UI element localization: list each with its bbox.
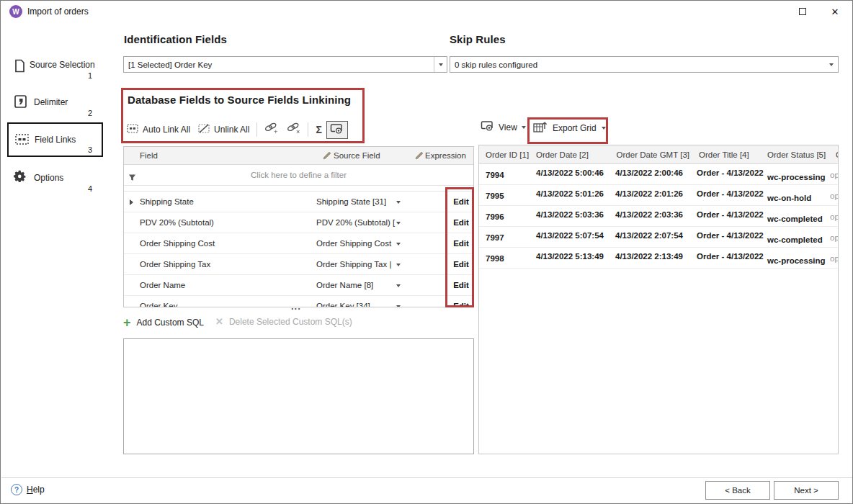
expression-sigma-button[interactable]: Σ: [311, 123, 326, 136]
column-header-order-id[interactable]: Order ID [1]: [486, 150, 529, 159]
add-link-button[interactable]: +: [260, 122, 282, 138]
order-title-cell: Order - 4/13/2022: [697, 231, 764, 240]
view-menu-button[interactable]: View: [481, 120, 526, 134]
next-button-label: Next >: [794, 486, 818, 495]
unlink-all-button[interactable]: Unlink All: [194, 123, 254, 136]
gear-icon: [12, 169, 27, 187]
auto-link-all-label: Auto Link All: [143, 125, 190, 135]
delete-custom-sql-button[interactable]: ✕ Delete Selected Custom SQL(s): [215, 316, 352, 327]
remove-link-button[interactable]: ×: [282, 122, 305, 138]
field-cell: Order Key: [140, 302, 177, 307]
close-button[interactable]: ✕: [819, 1, 851, 22]
sidebar-step-number: 1: [85, 71, 95, 80]
source-field-cell[interactable]: PDV 20% (Subtotal) [: [316, 218, 395, 227]
maximize-button[interactable]: [787, 1, 818, 22]
orders-preview-grid: Order ID [1] Order Date [2] Order Date G…: [478, 145, 839, 454]
app-logo-icon: W: [9, 5, 22, 18]
order-extra-cell: op: [830, 233, 839, 242]
field-link-row[interactable]: Order Name Order Name [8] Edit: [124, 275, 473, 296]
source-dropdown-icon[interactable]: [396, 201, 401, 204]
custom-sql-textarea[interactable]: [123, 338, 474, 454]
footer-separator: [1, 477, 853, 478]
column-header-partial[interactable]: O: [836, 150, 839, 159]
edit-button[interactable]: Edit: [448, 218, 474, 227]
order-title-cell: Order - 4/13/2022: [697, 189, 764, 198]
order-row[interactable]: 7995 4/13/2022 5:01:26 4/13/2022 2:01:26…: [479, 185, 838, 206]
source-dropdown-icon[interactable]: [396, 243, 401, 246]
sidebar-item-source-selection[interactable]: Source Selection 1: [7, 54, 103, 86]
source-dropdown-icon[interactable]: [396, 222, 401, 225]
order-title-cell: Order - 4/13/2022: [697, 168, 764, 177]
grid-resize-handle[interactable]: ...: [291, 301, 301, 312]
pencil-icon: [323, 151, 331, 161]
export-grid-label: Export Grid: [553, 123, 597, 133]
column-header-order-title[interactable]: Order Title [4]: [699, 150, 749, 159]
identification-fields-dropdown[interactable]: [1 Selected] Order Key: [123, 56, 447, 73]
chevron-down-icon: [522, 126, 526, 129]
field-link-row[interactable]: Order Shipping Tax Order Shipping Tax | …: [124, 254, 473, 275]
order-row[interactable]: 7998 4/13/2022 5:13:49 4/13/2022 2:13:49…: [479, 248, 838, 269]
help-link[interactable]: ? Help: [11, 484, 45, 495]
wizard-sidebar: Source Selection 1 Delimiter 2 Field Lin…: [1, 22, 110, 477]
sidebar-item-label: Source Selection: [30, 60, 95, 70]
source-dropdown-icon[interactable]: [396, 264, 401, 266]
back-button[interactable]: < Back: [705, 481, 770, 500]
add-custom-sql-label: Add Custom SQL: [137, 318, 204, 328]
source-field-cell[interactable]: Order Name [8]: [316, 281, 373, 289]
identification-fields-value: [1 Selected] Order Key: [124, 60, 434, 69]
link-plus-icon: +: [264, 125, 279, 137]
order-date-cell: 4/13/2022 5:13:49: [536, 252, 604, 261]
column-header-order-date[interactable]: Order Date [2]: [536, 150, 589, 159]
column-header-source-field[interactable]: Source Field: [334, 151, 380, 160]
edit-button[interactable]: Edit: [448, 302, 474, 307]
order-id-cell: 7995: [486, 192, 504, 200]
edit-button[interactable]: Edit: [448, 197, 474, 206]
column-header-order-status[interactable]: Order Status [5]: [767, 150, 826, 159]
source-field-cell[interactable]: Shipping State [31]: [316, 197, 386, 206]
order-status-cell: wc-processing: [767, 173, 826, 181]
field-link-row[interactable]: PDV 20% (Subtotal) PDV 20% (Subtotal) [ …: [124, 212, 473, 233]
preview-toggle-button[interactable]: [326, 121, 348, 139]
column-header-expression[interactable]: Expression: [425, 151, 466, 160]
field-link-row[interactable]: Order Shipping Cost Order Shipping Cost …: [124, 233, 473, 254]
row-indicator-arrow: [130, 199, 133, 205]
next-button[interactable]: Next >: [774, 481, 839, 500]
sidebar-step-number: 3: [85, 145, 95, 154]
filter-row[interactable]: Click here to define a filter: [124, 165, 473, 186]
order-date-cell: 4/13/2022 5:07:54: [536, 231, 604, 240]
column-header-order-date-gmt[interactable]: Order Date GMT [3]: [616, 150, 689, 159]
source-field-cell[interactable]: Order Shipping Cost: [316, 239, 391, 248]
export-grid-button[interactable]: Export Grid: [533, 120, 606, 136]
order-row[interactable]: 7996 4/13/2022 5:03:36 4/13/2022 2:03:36…: [479, 206, 838, 227]
source-field-cell[interactable]: Order Key [34]: [316, 302, 370, 307]
add-custom-sql-button[interactable]: + Add Custom SQL: [123, 316, 204, 329]
order-row[interactable]: 7997 4/13/2022 5:07:54 4/13/2022 2:07:54…: [479, 227, 838, 248]
field-cell: Order Shipping Cost: [140, 239, 215, 248]
sidebar-item-delimiter[interactable]: Delimiter 2: [7, 91, 103, 122]
auto-link-icon: [127, 123, 138, 136]
field-link-row[interactable]: Shipping State Shipping State [31] Edit: [124, 192, 473, 212]
edit-button[interactable]: Edit: [448, 260, 474, 269]
source-field-cell[interactable]: Order Shipping Tax |: [316, 260, 391, 269]
edit-button[interactable]: Edit: [448, 239, 474, 248]
order-id-cell: 7994: [486, 171, 504, 179]
field-cell: PDV 20% (Subtotal): [140, 218, 214, 227]
order-date-gmt-cell: 4/13/2022 2:00:46: [615, 168, 683, 177]
sidebar-item-field-links[interactable]: Field Links 3: [7, 122, 103, 157]
order-row[interactable]: 7994 4/13/2022 5:00:46 4/13/2022 2:00:46…: [479, 164, 838, 185]
order-date-gmt-cell: 4/13/2022 2:01:26: [615, 189, 683, 198]
sidebar-item-options[interactable]: Options 4: [7, 163, 103, 194]
edit-button[interactable]: Edit: [448, 281, 474, 289]
field-cell: Order Name: [140, 281, 185, 289]
back-button-label: < Back: [725, 486, 750, 495]
order-date-gmt-cell: 4/13/2022 2:07:54: [615, 231, 683, 240]
column-header-field[interactable]: Field: [140, 151, 158, 160]
link-x-icon: ×: [286, 125, 301, 137]
preview-toolbar: View Export Grid: [478, 119, 695, 140]
source-dropdown-icon[interactable]: [396, 284, 401, 287]
order-date-gmt-cell: 4/13/2022 2:03:36: [615, 210, 683, 219]
source-dropdown-icon[interactable]: [396, 305, 401, 307]
skip-rules-dropdown[interactable]: 0 skip rules configured: [450, 56, 839, 73]
auto-link-all-button[interactable]: Auto Link All: [123, 123, 194, 136]
field-cell: Order Shipping Tax: [140, 260, 210, 269]
